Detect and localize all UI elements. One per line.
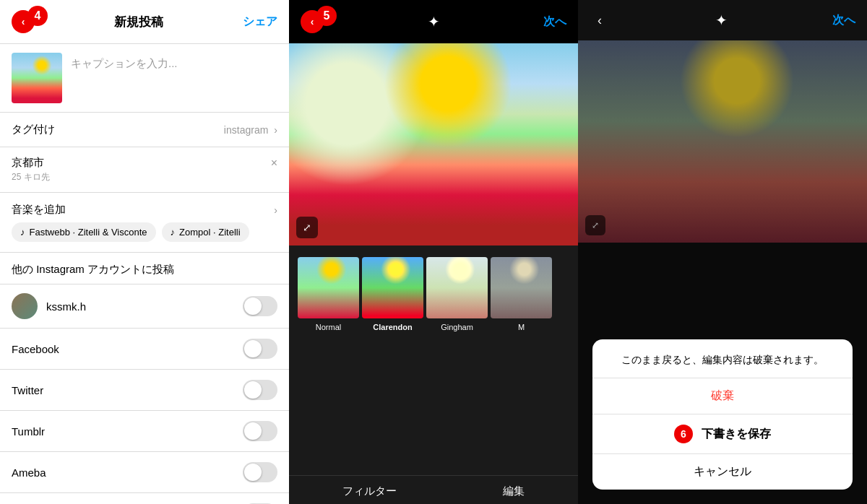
toggle-knob-ameba	[244, 464, 262, 481]
filter-label-clarendon: Clarendon	[373, 323, 412, 331]
music-tag-2[interactable]: ♪ Zompol · Zitelli	[162, 222, 249, 242]
cancel-button[interactable]: キャンセル	[592, 454, 853, 490]
panel2-next-button[interactable]: 次へ	[543, 14, 566, 30]
music-tag-label-2: Zompol · Zitelli	[179, 227, 241, 238]
step6-circle: 6	[674, 425, 693, 443]
filter-thumb-gingham	[426, 257, 488, 318]
music-section: 音楽を追加 › ♪ Fastwebb · Zitelli & Visconte …	[0, 193, 289, 253]
filter-item-normal[interactable]: Normal	[298, 257, 359, 331]
panel2-back-button[interactable]: ‹ 5	[301, 10, 324, 33]
panel3-main-image: ⤢	[578, 40, 867, 243]
back-arrow-icon-2: ‹	[311, 16, 314, 27]
toggle-kssmk[interactable]	[243, 296, 277, 316]
panel-new-post: ‹ 4 新規投稿 シェア キャプションを入力... タグ付け instagram…	[0, 0, 289, 504]
panel1-header: ‹ 4 新規投稿 シェア	[0, 0, 289, 44]
filter-thumb-clarendon	[362, 257, 423, 318]
location-row[interactable]: 京都市 × 25 キロ先	[0, 147, 289, 193]
tag-right: instagram ›	[224, 124, 277, 136]
panel1-back-button[interactable]: ‹ 4	[12, 10, 35, 33]
filter-thumb-normal	[298, 257, 359, 318]
toggle-facebook[interactable]	[243, 339, 277, 359]
back-arrow-icon-3: ‹	[598, 13, 602, 28]
dialog-box: このまま戻ると、編集内容は破棄されます。 破棄 6 下書きを保存 キャンセル	[592, 339, 853, 490]
image-thumbnail	[12, 53, 62, 103]
filter-item-m[interactable]: M	[491, 257, 552, 331]
chevron-icon: ›	[274, 124, 277, 136]
social-row-ameba: Ameba	[0, 452, 289, 493]
location-distance: 25 キロ先	[12, 171, 277, 183]
panel-dialog: ‹ ✦ 次へ ⤢ このまま戻ると、編集内容は破棄されます。 破棄 6 下書きを保…	[578, 0, 867, 504]
discard-button[interactable]: 破棄	[592, 378, 853, 414]
save-draft-button[interactable]: 6 下書きを保存	[592, 414, 853, 454]
tag-value: instagram	[224, 124, 268, 136]
wand-icon: ✦	[428, 13, 440, 30]
back-arrow-icon: ‹	[22, 16, 25, 27]
step4-circle: 4	[27, 6, 48, 26]
location-name-row: 京都市 ×	[12, 156, 277, 170]
music-note-icon-1: ♪	[20, 227, 25, 238]
step5-circle: 5	[316, 6, 337, 26]
account-row-kssmk: kssmk.h	[0, 284, 289, 329]
filter-label-normal: Normal	[316, 323, 341, 331]
music-tags: ♪ Fastwebb · Zitelli & Visconte ♪ Zompol…	[0, 222, 289, 252]
location-name: 京都市	[12, 156, 44, 170]
account-info: kssmk.h	[12, 293, 86, 319]
tag-label: タグ付け	[12, 123, 55, 136]
expand-button[interactable]: ⤢	[296, 217, 318, 238]
toggle-knob	[244, 297, 262, 315]
other-accounts-title: 他の Instagram アカウントに投稿	[0, 253, 289, 284]
filter-item-clarendon[interactable]: Clarendon	[362, 257, 423, 331]
music-tag-label-1: Fastwebb · Zitelli & Visconte	[30, 227, 147, 238]
social-row-facebook: Facebook	[0, 329, 289, 370]
settings-list: タグ付け instagram › 京都市 × 25 キロ先 音楽を追加 › ♪ …	[0, 113, 289, 504]
filter-thumbnails: Normal Clarendon Gingham M	[289, 246, 578, 337]
toggle-twitter[interactable]	[243, 380, 277, 400]
facebook-label: Facebook	[12, 343, 59, 355]
caption-input[interactable]: キャプションを入力...	[71, 53, 277, 71]
filter-label-m: M	[518, 323, 525, 331]
toggle-knob-facebook	[244, 340, 262, 357]
tumblr-label: Tumblr	[12, 425, 45, 438]
music-tag-1[interactable]: ♪ Fastwebb · Zitelli & Visconte	[12, 222, 156, 242]
filter-tabs: フィルター 編集	[289, 475, 578, 504]
ameba-label: Ameba	[12, 466, 46, 479]
wand-icon-3: ✦	[715, 12, 728, 29]
account-name: kssmk.h	[46, 300, 86, 313]
panel2-main-image: ⤢	[289, 43, 578, 246]
toggle-ameba[interactable]	[243, 462, 277, 482]
filter-item-gingham[interactable]: Gingham	[426, 257, 488, 331]
music-header[interactable]: 音楽を追加 ›	[0, 193, 289, 222]
tab-edit[interactable]: 編集	[503, 485, 525, 498]
panel3-back-button[interactable]: ‹	[590, 10, 610, 30]
caption-row: キャプションを入力...	[0, 44, 289, 113]
panel-filter: ‹ 5 ✦ 次へ ⤢ Normal Clarendon Gingham	[289, 0, 578, 504]
close-icon[interactable]: ×	[271, 157, 277, 170]
filter-thumb-m	[491, 257, 552, 318]
expand-button-2[interactable]: ⤢	[585, 215, 605, 235]
share-button[interactable]: シェア	[243, 14, 277, 30]
dialog-message: このまま戻ると、編集内容は破棄されます。	[592, 339, 853, 378]
music-label: 音楽を追加	[12, 203, 66, 217]
dialog-backdrop: このまま戻ると、編集内容は破棄されます。 破棄 6 下書きを保存 キャンセル	[578, 243, 867, 504]
music-note-icon-2: ♪	[171, 227, 176, 238]
panel3-next-button[interactable]: 次へ	[832, 13, 855, 28]
panel3-header: ‹ ✦ 次へ	[578, 0, 867, 40]
social-row-twitter: Twitter	[0, 370, 289, 411]
filter-section: Normal Clarendon Gingham M フィルター 編集	[289, 246, 578, 504]
thumbnail-image	[12, 53, 62, 103]
save-draft-label: 下書きを保存	[702, 427, 771, 442]
twitter-label: Twitter	[12, 384, 43, 396]
panel2-header: ‹ 5 ✦ 次へ	[289, 0, 578, 43]
tab-filter[interactable]: フィルター	[342, 485, 397, 498]
toggle-knob-twitter	[244, 381, 262, 399]
toggle-tumblr[interactable]	[243, 421, 277, 441]
social-row-tumblr: Tumblr	[0, 411, 289, 452]
panel1-title: 新規投稿	[114, 14, 163, 30]
filter-label-gingham: Gingham	[441, 323, 473, 331]
toggle-knob-tumblr	[244, 422, 262, 440]
social-row-mixi: ミクシィ	[0, 493, 289, 504]
music-chevron-icon: ›	[274, 204, 277, 216]
tag-setting-row[interactable]: タグ付け instagram ›	[0, 113, 289, 147]
avatar	[12, 293, 38, 319]
